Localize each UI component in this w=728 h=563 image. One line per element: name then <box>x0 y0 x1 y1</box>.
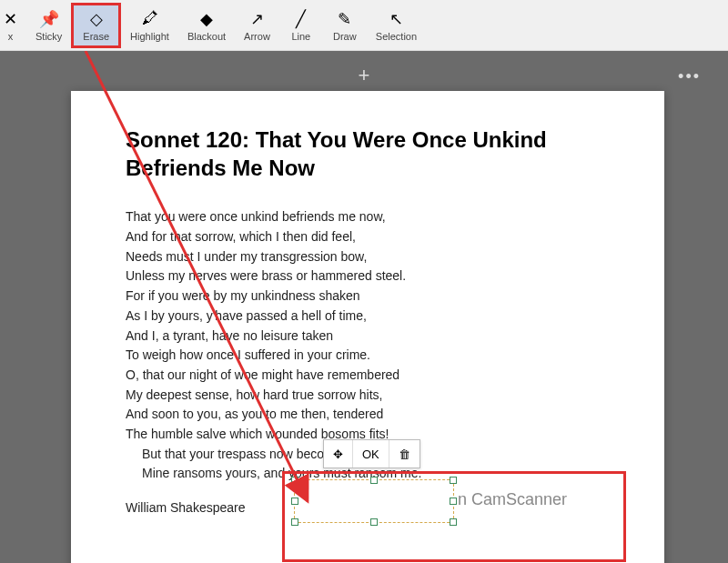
document-page: Sonnet 120: That You Were Once Unkind Be… <box>71 91 664 563</box>
pin-icon: 📌 <box>39 9 59 29</box>
selection-tool[interactable]: ↖ Selection <box>367 5 426 45</box>
selection-label: Selection <box>376 31 417 42</box>
resize-handle[interactable] <box>450 477 457 484</box>
erase-selection-controls: ✥ OK 🗑 <box>323 439 420 468</box>
poem-line: My deepest sense, how hard true sorrow h… <box>126 386 610 406</box>
poem-line: To weigh how once I suffered in your cri… <box>126 346 610 366</box>
arrow-tool[interactable]: ↗ Arrow <box>235 5 279 45</box>
watermark-text: n CamScanner <box>458 490 567 509</box>
workspace: + ••• Sonnet 120: That You Were Once Unk… <box>0 51 728 563</box>
highlight-tool[interactable]: 🖍 Highlight <box>121 5 178 45</box>
poem-line: Needs must I under my transgression bow, <box>126 247 610 267</box>
highlight-label: Highlight <box>130 31 169 42</box>
poem-line: And I, a tyrant, have no leisure taken <box>126 327 610 347</box>
main-toolbar: ✕ x 📌 Sticky ◇ Erase 🖍 Highlight ◆ Black… <box>0 0 728 51</box>
blackout-tool[interactable]: ◆ Blackout <box>178 5 235 45</box>
line-tool[interactable]: ╱ Line <box>279 5 323 45</box>
resize-handle[interactable] <box>291 477 298 484</box>
document-title: Sonnet 120: That You Were Once Unkind Be… <box>126 126 610 182</box>
draw-icon: ✎ <box>338 9 351 29</box>
resize-handle[interactable] <box>291 498 298 505</box>
highlight-icon: 🖍 <box>142 9 158 29</box>
more-menu[interactable]: ••• <box>678 67 701 86</box>
resize-handle[interactable] <box>450 498 457 505</box>
box-tool-partial[interactable]: ✕ x <box>4 5 26 45</box>
draw-label: Draw <box>333 31 357 42</box>
resize-handle[interactable] <box>450 518 457 526</box>
blackout-label: Blackout <box>187 31 226 42</box>
poem-line: For if you were by my unkindness shaken <box>126 287 610 307</box>
erase-label: Erase <box>83 31 109 42</box>
poem-line: And for that sorrow, which I then did fe… <box>126 227 610 247</box>
poem-line: That you were once unkind befriends me n… <box>126 207 610 227</box>
poem-line: And soon to you, as you to me then, tend… <box>126 405 610 425</box>
box-label: x <box>8 31 14 42</box>
erase-selection-rect[interactable] <box>294 479 454 523</box>
annotation-highlight-box: ✥ OK 🗑 n CamScanner <box>282 471 626 562</box>
sticky-label: Sticky <box>35 31 62 42</box>
resize-handle[interactable] <box>370 477 378 484</box>
delete-button[interactable]: 🗑 <box>389 440 420 467</box>
arrow-icon: ↗ <box>250 9 264 29</box>
draw-tool[interactable]: ✎ Draw <box>323 5 367 45</box>
ok-button[interactable]: OK <box>353 440 389 467</box>
erase-icon: ◇ <box>90 9 103 29</box>
poem-line: As I by yours, y'have passed a hell of t… <box>126 307 610 327</box>
sticky-tool[interactable]: 📌 Sticky <box>26 5 71 45</box>
poem-line: Unless my nerves were brass or hammered … <box>126 266 610 287</box>
arrow-label: Arrow <box>244 31 270 42</box>
move-handle[interactable]: ✥ <box>324 440 353 467</box>
box-icon: ✕ <box>4 9 17 29</box>
add-tab-button[interactable]: + <box>359 64 370 87</box>
selection-icon: ↖ <box>389 9 403 29</box>
line-icon: ╱ <box>296 9 306 29</box>
blackout-icon: ◆ <box>200 9 213 29</box>
erase-tool[interactable]: ◇ Erase <box>71 3 121 48</box>
line-label: Line <box>291 31 310 42</box>
poem-line: O, that our night of woe might have reme… <box>126 366 610 386</box>
resize-handle[interactable] <box>370 518 378 526</box>
resize-handle[interactable] <box>291 518 298 526</box>
